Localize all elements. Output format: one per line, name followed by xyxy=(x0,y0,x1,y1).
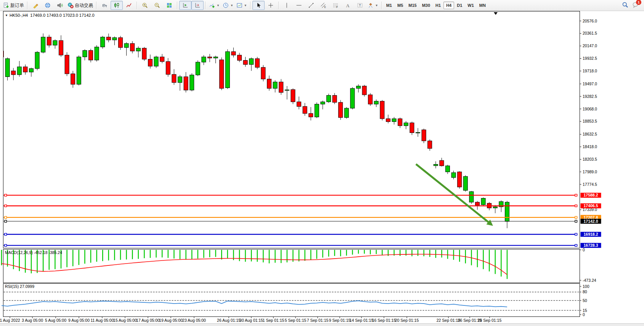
toolbar: 新订单自动交易▼▼▼EFAT▼M1M5M15M30H1H4D1W1MN1 xyxy=(0,0,644,11)
templates-icon xyxy=(236,2,243,8)
crayon-icon xyxy=(32,2,39,8)
svg-text:7 Sep 01:15: 7 Sep 01:15 xyxy=(307,318,329,323)
fibonacci-button[interactable]: F xyxy=(329,1,342,10)
periods-icon xyxy=(223,2,229,8)
timeframe-h4-button[interactable]: H4 xyxy=(443,2,454,9)
cursor-icon xyxy=(255,2,262,8)
templates-button[interactable]: ▼ xyxy=(235,1,249,10)
chart-shift-button[interactable] xyxy=(191,1,204,10)
svg-text:18203.5: 18203.5 xyxy=(583,157,597,161)
line-chart-button[interactable] xyxy=(123,1,135,10)
timeframe-mn-button[interactable]: MN xyxy=(477,2,488,9)
auto-trading-button[interactable]: 自动交易 xyxy=(66,1,95,10)
arrows-button[interactable]: ▼ xyxy=(366,1,380,10)
shapes-icon xyxy=(368,2,374,8)
text-label-button[interactable]: T xyxy=(354,1,366,10)
publisher-button[interactable] xyxy=(42,1,54,10)
timeframe-m15-button[interactable]: M15 xyxy=(406,2,419,9)
timeframe-d1-button[interactable]: D1 xyxy=(454,2,465,9)
indicators-button[interactable]: ▼ xyxy=(207,1,221,10)
svg-text:80: 80 xyxy=(583,289,587,294)
toolbar-separator xyxy=(278,2,279,9)
svg-text:0: 0 xyxy=(583,248,585,252)
svg-text:17774.5: 17774.5 xyxy=(583,182,597,187)
svg-text:E: E xyxy=(324,6,326,8)
svg-text:17406.5: 17406.5 xyxy=(584,203,598,208)
search-button[interactable] xyxy=(622,2,628,10)
rsi-panel xyxy=(3,284,580,317)
timeframe-m1-button[interactable]: M1 xyxy=(384,2,395,9)
svg-text:14 Sep 01:15: 14 Sep 01:15 xyxy=(350,318,374,323)
auto-trading-label: 自动交易 xyxy=(75,2,93,9)
svg-text:19 Aug 05:00: 19 Aug 05:00 xyxy=(159,318,183,323)
status-bar xyxy=(0,323,644,326)
sound-button[interactable] xyxy=(54,1,66,10)
text-button[interactable]: A xyxy=(342,1,354,10)
svg-text:19497.0: 19497.0 xyxy=(583,82,597,86)
svg-text:17 Aug 05:00: 17 Aug 05:00 xyxy=(136,318,160,323)
chevron-down-icon[interactable]: ▼ xyxy=(217,4,220,7)
main-price-panel xyxy=(3,11,580,248)
periods-button[interactable]: ▼ xyxy=(221,1,235,10)
chevron-down-icon[interactable]: ▼ xyxy=(244,4,247,7)
trendline-button[interactable] xyxy=(305,1,317,10)
auto-scroll-icon xyxy=(182,2,188,8)
chevron-down-icon[interactable]: ▼ xyxy=(230,4,233,7)
symbol-label: HK50-,H4 xyxy=(10,13,28,18)
new-order-button[interactable]: 新订单 xyxy=(2,1,26,10)
horizontal-line-button[interactable] xyxy=(293,1,305,10)
collapse-triangle-icon[interactable]: ▼ xyxy=(5,14,8,17)
svg-text:23 Aug 05:00: 23 Aug 05:00 xyxy=(182,318,206,323)
line-chart-icon xyxy=(126,2,132,8)
svg-text:5 Sep 01:15: 5 Sep 01:15 xyxy=(285,318,307,323)
crosshair-button[interactable] xyxy=(265,1,277,10)
tile-windows-button[interactable] xyxy=(163,1,175,10)
svg-text:15 Aug 05:00: 15 Aug 05:00 xyxy=(113,318,137,323)
svg-text:9 Sep 01:15: 9 Sep 01:15 xyxy=(329,318,351,323)
equidistant-channel-button[interactable]: E xyxy=(317,1,329,10)
svg-text:16728.3: 16728.3 xyxy=(584,243,598,248)
zoom-in-button[interactable] xyxy=(139,1,151,10)
svg-text:100: 100 xyxy=(583,284,589,289)
timeframe-m30-button[interactable]: M30 xyxy=(419,2,433,9)
publisher-icon xyxy=(45,2,51,8)
notification-badge: 1 xyxy=(636,0,641,5)
chart-symbol-header: ▼HK50-,H4 17469.0 17493.0 17023.0 17142.… xyxy=(5,13,95,18)
candlestick-chart-button[interactable] xyxy=(111,1,123,10)
trendline-icon xyxy=(308,2,314,8)
chart-canvas[interactable]: 20576.020361.520147.019932.519718.019497… xyxy=(0,11,644,326)
svg-text:18853.5: 18853.5 xyxy=(583,119,597,123)
channel-icon: E xyxy=(320,2,326,8)
chart-window: 20576.020361.520147.019932.519718.019497… xyxy=(0,11,644,326)
search-icon xyxy=(622,2,628,8)
auto-scroll-button[interactable] xyxy=(179,1,191,10)
timeframe-m5-button[interactable]: M5 xyxy=(395,2,406,9)
svg-text:50: 50 xyxy=(583,298,587,303)
chart-shift-icon xyxy=(194,2,201,8)
crayon-button[interactable] xyxy=(29,1,42,10)
toolbar-separator xyxy=(205,2,206,9)
timeframe-h1-button[interactable]: H1 xyxy=(433,2,443,9)
zoom-out-button[interactable] xyxy=(151,1,163,10)
bar-chart-button[interactable] xyxy=(98,1,111,10)
new-order-icon xyxy=(3,2,9,8)
toolbar-separator xyxy=(250,2,251,9)
chevron-down-icon[interactable]: ▼ xyxy=(375,4,378,7)
candlestick-icon xyxy=(114,2,120,8)
vertical-line-button[interactable] xyxy=(281,1,293,10)
notifications-button[interactable]: 1 xyxy=(632,2,639,10)
label-icon: T xyxy=(357,2,363,8)
ohlc-values: 17469.0 17493.0 17023.0 17142.0 xyxy=(30,13,94,18)
svg-text:19068.0: 19068.0 xyxy=(583,107,597,111)
bar-chart-icon xyxy=(101,2,108,8)
svg-text:17588.2: 17588.2 xyxy=(584,193,598,197)
svg-text:1 Aug 2022: 1 Aug 2022 xyxy=(0,318,20,323)
svg-text:17989.0: 17989.0 xyxy=(583,169,597,174)
svg-text:19282.5: 19282.5 xyxy=(583,94,597,99)
timeframe-w1-button[interactable]: W1 xyxy=(465,2,477,9)
cursor-button[interactable] xyxy=(252,1,265,10)
zoom-out-icon xyxy=(154,2,160,8)
svg-text:-473.24: -473.24 xyxy=(583,278,596,283)
svg-text:1 Sep 01:15: 1 Sep 01:15 xyxy=(263,318,284,323)
svg-text:17142.0: 17142.0 xyxy=(584,219,598,224)
